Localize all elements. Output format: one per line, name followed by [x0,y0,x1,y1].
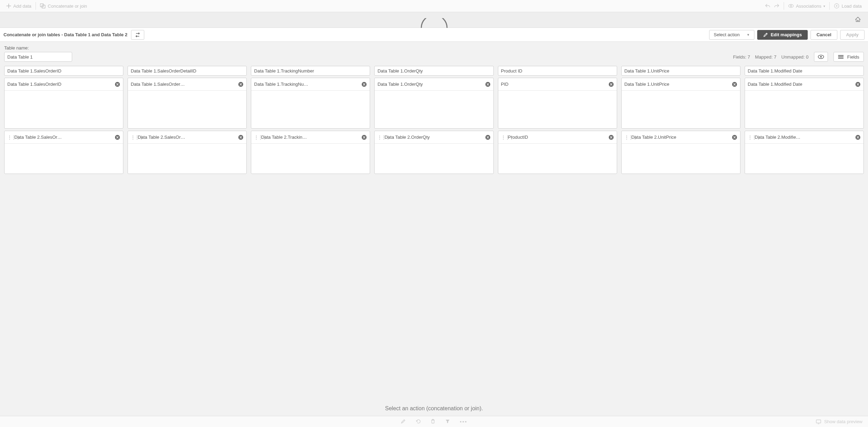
undo-icon [765,3,770,8]
column-header-input[interactable]: Data Table 1.SalesOrderDetailID [128,66,247,76]
list-icon [838,55,844,59]
remove-icon[interactable] [238,135,244,140]
preview-toggle-button[interactable] [814,52,828,62]
toolbar-left: Add data Concatenate or join [3,0,91,12]
remove-icon[interactable] [238,82,244,87]
fields-label: Fields [847,54,859,60]
remove-icon[interactable] [732,135,737,140]
stat-mapped: Mapped: 7 [755,54,776,60]
concat-join-label: Concatenate or join [48,3,87,9]
top-toolbar: Add data Concatenate or join Association [0,0,868,12]
page-title: Concatenate or join tables - Data Table … [3,32,128,37]
column-header-input[interactable]: Data Table 1.Modified Date [745,66,864,76]
source-mapping-box: Data Table 1.SalesOrder… [128,78,247,129]
mapping-label: Data Table 2.Modifie… [755,135,852,140]
target-mapping-box: ⋮⋮⋮ Data Table 2.Modifie… [745,131,864,174]
mapping-label: Data Table 1.SalesOrder… [131,82,235,87]
mapping-row[interactable]: ⋮⋮⋮ ProductID [498,131,617,144]
remove-icon[interactable] [361,135,367,140]
svg-point-6 [820,56,822,58]
column-header-input[interactable]: Data Table 1.UnitPrice [621,66,740,76]
source-mapping-box: Data Table 1.SalesOrderID [4,78,123,129]
remove-icon[interactable] [608,82,614,87]
mapping-row[interactable]: ⋮⋮⋮ Data Table 2.SalesOr… [5,131,123,144]
columns-wrap: Data Table 1.SalesOrderID Data Table 1.S… [0,64,868,174]
drag-grip-icon[interactable]: ⋮⋮⋮ [501,135,505,139]
play-circle-icon [834,3,839,9]
column-header-input[interactable]: Data Table 1.OrderQty [374,66,493,76]
mapping-row[interactable]: ⋮⋮⋮ Data Table 2.Trackin… [251,131,370,144]
remove-icon[interactable] [485,135,491,140]
mapping-label: Data Table 2.OrderQty [384,135,482,140]
remove-icon[interactable] [732,82,737,87]
mapping-row[interactable]: Data Table 1.SalesOrderID [5,78,123,91]
drag-grip-icon[interactable]: ⋮⋮⋮ [131,135,135,139]
mapping-label: ProductID [508,135,606,140]
table-name-right: Fields: 7 Mapped: 7 Unmapped: 0 Fields [733,52,864,62]
fields-button[interactable]: Fields [834,52,864,62]
drag-grip-icon[interactable]: ⋮⋮⋮ [624,135,629,139]
cancel-button[interactable]: Cancel [811,30,837,40]
load-data-button: Load data [830,0,865,12]
select-action-label: Select action [714,32,739,37]
drag-grip-icon[interactable]: ⋮⋮⋮ [748,135,752,139]
table-name-label: Table name: [4,45,72,51]
arc-handle[interactable] [420,18,448,28]
mapping-row[interactable]: ⋮⋮⋮ Data Table 2.SalesOr… [128,131,246,144]
select-action-dropdown[interactable]: Select action ▼ [709,30,754,40]
mapping-label: Data Table 2.UnitPrice [631,135,729,140]
toolbar-right: Associations ▾ Load data [761,0,865,12]
concat-join-button: Concatenate or join [37,0,91,12]
action-bar: Concatenate or join tables - Data Table … [0,28,868,42]
remove-icon[interactable] [115,135,120,140]
mapping-row[interactable]: Data Table 1.SalesOrder… [128,78,246,91]
remove-icon[interactable] [115,82,120,87]
source-mapping-box: Data Table 1.TrackingNu… [251,78,370,129]
edit-mappings-label: Edit mappings [771,32,802,37]
remove-icon[interactable] [485,82,491,87]
redo-icon [774,3,779,8]
mapping-row[interactable]: ⋮⋮⋮ Data Table 2.UnitPrice [622,131,740,144]
mapping-column: Data Table 1.OrderQty Data Table 1.Order… [374,66,493,174]
toolbar-divider [36,2,36,10]
mapping-row[interactable]: Data Table 1.TrackingNu… [251,78,370,91]
source-mapping-box: Data Table 1.Modified Date [745,78,864,129]
associations-button: Associations ▾ [785,0,829,12]
edit-mappings-button[interactable]: Edit mappings [757,30,808,40]
remove-icon[interactable] [361,82,367,87]
mapping-column: Product ID PID ⋮⋮⋮ ProductID [498,66,617,174]
column-header-input[interactable]: Product ID [498,66,617,76]
cancel-label: Cancel [816,32,831,37]
mapping-label: Data Table 2.SalesOr… [14,135,112,140]
column-header-input[interactable]: Data Table 1.TrackingNumber [251,66,370,76]
plus-icon [6,3,11,8]
drag-grip-icon[interactable]: ⋮⋮⋮ [254,135,258,139]
pencil-icon [763,32,768,37]
mapping-label: Data Table 1.OrderQty [377,82,482,87]
toolbar-divider [829,2,830,10]
associations-icon [788,4,794,8]
mapping-row[interactable]: ⋮⋮⋮ Data Table 2.Modifie… [745,131,863,144]
table-name-input[interactable] [4,52,72,62]
apply-label: Apply [846,32,859,37]
remove-icon[interactable] [855,82,861,87]
swap-button[interactable] [131,30,144,40]
mapping-label: Data Table 1.TrackingNu… [254,82,359,87]
undo-button [761,0,774,12]
home-button[interactable] [855,16,861,23]
remove-icon[interactable] [855,135,861,140]
mapping-row[interactable]: Data Table 1.OrderQty [375,78,493,91]
drag-grip-icon[interactable]: ⋮⋮⋮ [377,135,382,139]
remove-icon[interactable] [608,135,614,140]
add-data-label: Add data [13,3,31,9]
action-right: Select action ▼ Edit mappings Cancel App… [709,30,865,40]
target-mapping-box: ⋮⋮⋮ Data Table 2.UnitPrice [621,131,740,174]
eye-icon [818,55,824,59]
mapping-row[interactable]: Data Table 1.Modified Date [745,78,863,91]
mapping-row[interactable]: Data Table 1.UnitPrice [622,78,740,91]
mapping-row[interactable]: ⋮⋮⋮ Data Table 2.OrderQty [375,131,493,144]
drag-grip-icon[interactable]: ⋮⋮⋮ [7,135,11,139]
mapping-label: Data Table 1.UnitPrice [624,82,729,87]
column-header-input[interactable]: Data Table 1.SalesOrderID [4,66,123,76]
mapping-row[interactable]: PID [498,78,617,91]
